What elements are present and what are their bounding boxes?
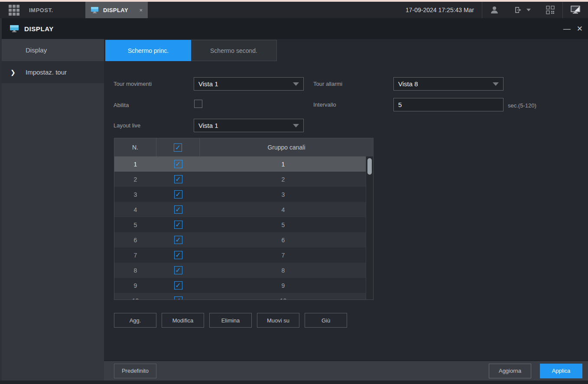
- logout-icon: [514, 6, 523, 14]
- chevron-down-icon: [293, 82, 299, 86]
- select-all-checkbox[interactable]: [174, 143, 182, 152]
- row-group: 2: [200, 176, 367, 183]
- row-group: 10: [200, 297, 367, 300]
- screen: IMPOST. DISPLAY × 17-09-2024 17:25:43 Ma…: [0, 0, 588, 384]
- row-number: 6: [114, 237, 156, 244]
- row-checkbox[interactable]: [174, 296, 182, 300]
- screen-bottom-edge: [0, 381, 588, 384]
- sidebar-item-tour-settings[interactable]: ❯ Impostaz. tour: [2, 61, 104, 83]
- table-row[interactable]: 88: [114, 263, 373, 278]
- row-group: 6: [200, 237, 367, 244]
- tab-label: Schermo second.: [210, 47, 257, 54]
- sidebar-item-display[interactable]: Display: [2, 39, 104, 61]
- table-actions: Agg. Modifica Elimina Muovi su Giù: [114, 313, 347, 328]
- table-row[interactable]: 33: [114, 187, 373, 202]
- screen-tabs: Schermo princ. Schermo second.: [105, 40, 277, 61]
- close-button[interactable]: ✕: [577, 25, 583, 33]
- table-row[interactable]: 44: [114, 202, 373, 217]
- motion-tour-value: Vista 1: [198, 80, 218, 88]
- scrollbar-thumb[interactable]: [367, 158, 372, 175]
- display-tab-label: DISPLAY: [103, 7, 135, 13]
- sidebar: Display ❯ Impostaz. tour: [2, 39, 104, 381]
- table-row[interactable]: 55: [114, 217, 373, 232]
- add-button[interactable]: Agg.: [114, 313, 156, 328]
- row-checkbox[interactable]: [174, 236, 182, 244]
- apps-grid-icon[interactable]: [9, 5, 19, 16]
- modify-button[interactable]: Modifica: [162, 313, 204, 328]
- row-number: 3: [114, 191, 156, 198]
- row-number: 9: [114, 282, 156, 289]
- enable-checkbox[interactable]: [194, 100, 202, 108]
- chevron-down-icon: [526, 9, 531, 11]
- refresh-button[interactable]: Aggiorna: [489, 364, 531, 378]
- move-down-button[interactable]: Giù: [305, 313, 347, 328]
- table-row[interactable]: 99: [114, 278, 373, 293]
- datetime-display: 17-09-2024 17:25:43 Mar: [406, 7, 482, 13]
- motion-tour-select[interactable]: Vista 1: [194, 77, 304, 91]
- chevron-right-icon: ❯: [10, 69, 16, 76]
- minimize-button[interactable]: —: [563, 25, 571, 33]
- row-checkbox-cell: [156, 251, 200, 259]
- display-tab[interactable]: DISPLAY ×: [85, 2, 148, 18]
- table-header: N. Gruppo canali: [114, 138, 373, 156]
- row-group: 7: [200, 252, 367, 259]
- settings-menu-label[interactable]: IMPOST.: [29, 7, 53, 13]
- apply-button[interactable]: Applica: [540, 364, 582, 378]
- sidebar-item-label: Impostaz. tour: [26, 68, 67, 76]
- row-checkbox[interactable]: [174, 175, 182, 183]
- motion-tour-label: Tour movimenti: [114, 81, 152, 87]
- tab-main-screen[interactable]: Schermo princ.: [105, 40, 191, 61]
- footer-bar: Predefinito Aggiorna Applica: [104, 361, 588, 381]
- logout-button[interactable]: [507, 2, 538, 18]
- row-group: 9: [200, 282, 367, 289]
- chevron-down-icon: [493, 82, 499, 86]
- sidebar-item-label: Display: [26, 46, 47, 54]
- delete-button[interactable]: Elimina: [209, 313, 252, 328]
- main-menu: IMPOST.: [0, 2, 85, 18]
- qr-code-button[interactable]: [538, 2, 562, 18]
- top-tab-bar: IMPOST. DISPLAY × 17-09-2024 17:25:43 Ma…: [0, 2, 588, 18]
- default-button[interactable]: Predefinito: [114, 364, 156, 378]
- tab-close-icon[interactable]: ×: [139, 7, 143, 13]
- row-checkbox[interactable]: [174, 190, 182, 199]
- row-group: 3: [200, 191, 367, 198]
- table-body: 1122334455667788991010: [114, 156, 373, 300]
- user-icon: [490, 5, 499, 15]
- row-checkbox[interactable]: [174, 281, 182, 290]
- move-up-button[interactable]: Muovi su: [257, 313, 299, 328]
- dual-screen-icon: [570, 6, 581, 14]
- row-number: 4: [114, 206, 156, 213]
- row-checkbox[interactable]: [174, 266, 182, 274]
- row-number: 5: [114, 221, 156, 228]
- table-row[interactable]: 11: [114, 156, 373, 172]
- row-checkbox[interactable]: [174, 221, 182, 229]
- row-checkbox-cell: [156, 236, 200, 244]
- row-checkbox[interactable]: [174, 160, 182, 168]
- row-checkbox[interactable]: [174, 251, 182, 259]
- tab-secondary-screen[interactable]: Schermo second.: [191, 40, 277, 61]
- row-checkbox-cell: [156, 221, 200, 229]
- alarm-tour-select[interactable]: Vista 8: [393, 77, 504, 91]
- table-row[interactable]: 22: [114, 172, 373, 187]
- row-checkbox-cell: [156, 296, 200, 300]
- interval-label: Intervallo: [313, 101, 336, 108]
- window-monitor-icon: [10, 25, 19, 33]
- header-checkbox-cell: [156, 138, 200, 156]
- user-account-button[interactable]: [482, 2, 507, 18]
- row-checkbox-cell: [156, 281, 200, 290]
- screen-switch-button[interactable]: [563, 2, 588, 18]
- live-layout-label: Layout live: [114, 122, 140, 129]
- table-row[interactable]: 66: [114, 232, 373, 247]
- table-row[interactable]: 77: [114, 247, 373, 263]
- chevron-down-icon: [293, 124, 299, 127]
- interval-input[interactable]: [393, 98, 504, 111]
- table-row[interactable]: 1010: [114, 293, 373, 300]
- main-panel: Schermo princ. Schermo second. Tour movi…: [104, 39, 588, 361]
- row-number: 1: [114, 161, 156, 168]
- row-group: 8: [200, 267, 367, 274]
- row-group: 5: [200, 221, 367, 228]
- live-layout-select[interactable]: Vista 1: [194, 119, 304, 132]
- table-scrollbar[interactable]: [366, 156, 373, 300]
- row-checkbox[interactable]: [174, 205, 182, 214]
- alarm-tour-value: Vista 8: [398, 80, 418, 88]
